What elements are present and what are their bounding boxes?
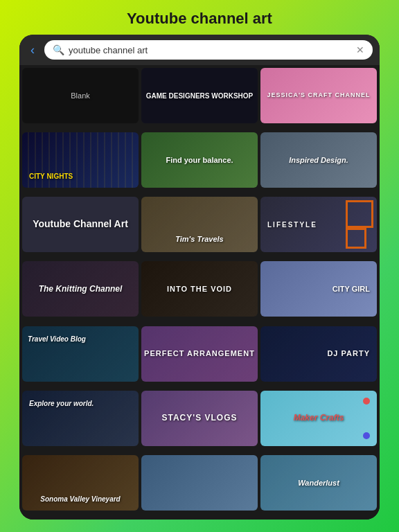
search-input[interactable]: youtube channel art: [69, 45, 352, 55]
card-city-nights[interactable]: CITY NIGHTS: [22, 132, 139, 188]
card-dj-party[interactable]: DJ PARTY: [260, 326, 377, 382]
card-label: Wanderlust: [295, 475, 342, 490]
card-label: Youtube Channel Art: [30, 215, 131, 234]
card-label: DJ PARTY: [324, 346, 373, 361]
card-label: STACY'S VLOGS: [159, 410, 240, 427]
card-into-void[interactable]: INTO THE VOID: [141, 261, 258, 317]
search-bar: ‹ 🔍 youtube channel art ✕: [19, 35, 380, 65]
lifestyle-deco: [346, 200, 373, 228]
card-inspired[interactable]: Inspired Design.: [260, 132, 377, 188]
card-wanderlust[interactable]: Wanderlust: [260, 455, 377, 511]
card-jessica[interactable]: JESSICA'S CRAFT CHANNEL: [260, 68, 377, 123]
card-label: CITY NIGHTS: [26, 169, 76, 184]
card-game-designers[interactable]: GAME DESIGNERS WORKSHOP: [141, 68, 258, 123]
card-label: INTO THE VOID: [164, 281, 235, 296]
card-label: Maker Crafts: [291, 410, 347, 427]
lifestyle-deco2: [346, 228, 366, 249]
card-lifestyle[interactable]: LIFESTYLE: [260, 197, 377, 252]
card-youtube-channel-art[interactable]: Youtube Channel Art: [22, 197, 139, 252]
card-balance[interactable]: Find your balance.: [141, 132, 258, 188]
card-perfect-arrangement[interactable]: PERFECT ARRANGEMENT: [141, 326, 258, 382]
card-label: [197, 480, 202, 486]
card-label: Inspired Design.: [286, 152, 351, 168]
card-stacy-vlogs[interactable]: STACY'S VLOGS: [141, 391, 258, 446]
card-label: CITY GIRL: [330, 281, 373, 296]
card-mountains[interactable]: [141, 455, 258, 511]
search-icon: 🔍: [53, 44, 64, 55]
card-label: Travel Video Blog: [25, 332, 89, 346]
device-frame: ‹ 🔍 youtube channel art ✕ Blank GAME DES…: [19, 35, 380, 520]
card-label: LIFESTYLE: [265, 218, 320, 232]
card-label: GAME DESIGNERS WORKSHOP: [143, 89, 256, 103]
card-travel-blog[interactable]: Travel Video Blog: [22, 326, 139, 382]
card-blank[interactable]: Blank: [22, 68, 139, 123]
search-input-wrap[interactable]: 🔍 youtube channel art ✕: [44, 40, 373, 60]
card-label: Blank: [68, 88, 93, 103]
card-label: Sonoma Valley Vineyard: [37, 492, 123, 506]
card-maker-crafts[interactable]: Maker Crafts: [260, 391, 377, 446]
card-label: Find your balance.: [163, 152, 236, 168]
card-label: PERFECT ARRANGEMENT: [141, 346, 258, 361]
card-knitting[interactable]: The Knitting Channel: [22, 261, 139, 317]
page-title: Youtube channel art: [127, 0, 272, 35]
card-label: Tim's Travels: [172, 231, 226, 247]
card-label: Explore your world.: [26, 396, 96, 411]
card-label: JESSICA'S CRAFT CHANNEL: [264, 89, 373, 103]
card-city-girl[interactable]: CITY GIRL: [260, 261, 377, 317]
clear-button[interactable]: ✕: [356, 44, 364, 55]
card-sonoma[interactable]: Sonoma Valley Vineyard: [22, 455, 139, 511]
card-tim-travels[interactable]: Tim's Travels: [141, 197, 258, 252]
card-label: The Knitting Channel: [36, 281, 125, 298]
back-button[interactable]: ‹: [26, 42, 39, 59]
card-grid: Blank GAME DESIGNERS WORKSHOP JESSICA'S …: [19, 65, 380, 520]
card-explore[interactable]: Explore your world.: [22, 391, 139, 446]
